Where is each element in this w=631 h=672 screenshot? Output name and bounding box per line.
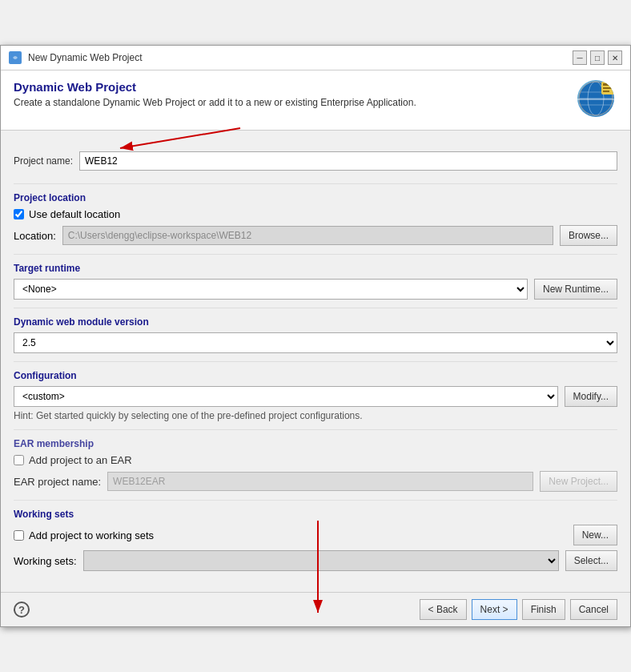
back-button[interactable]: < Back — [420, 599, 467, 620]
close-button[interactable]: ✕ — [608, 50, 622, 65]
project-name-section: Project name: — [14, 143, 617, 184]
web-module-version-select[interactable]: 2.5 3.0 3.1 4.0 — [14, 332, 617, 353]
project-name-input[interactable] — [79, 151, 617, 171]
working-sets-row: Working sets: Select... — [14, 550, 617, 571]
footer: ? < Back Next > Finish Cancel — [1, 592, 630, 626]
footer-left: ? — [14, 602, 30, 618]
target-runtime-row: <None> New Runtime... — [14, 279, 617, 300]
header-icon-container — [577, 80, 617, 120]
target-runtime-section: Target runtime <None> New Runtime... — [14, 255, 617, 308]
working-sets-select[interactable] — [83, 550, 559, 571]
browse-button[interactable]: Browse... — [560, 225, 617, 246]
header-text: Dynamic Web Project Create a standalone … — [14, 80, 416, 108]
window-icon — [9, 51, 22, 64]
use-default-location-checkbox[interactable] — [14, 209, 24, 219]
configuration-section: Configuration <custom> Modify... Hint: G… — [14, 362, 617, 430]
web-module-version-title: Dynamic web module version — [14, 316, 617, 328]
web-module-version-section: Dynamic web module version 2.5 3.0 3.1 4… — [14, 308, 617, 362]
ear-project-name-row: EAR project name: New Project... — [14, 471, 617, 492]
location-label: Location: — [14, 230, 56, 242]
use-default-location-label: Use default location — [29, 208, 120, 220]
cancel-button[interactable]: Cancel — [570, 599, 617, 620]
working-sets-title: Working sets — [14, 509, 617, 520]
svg-rect-8 — [603, 83, 613, 86]
configuration-title: Configuration — [14, 370, 617, 381]
hint-text: Hint: Get started quickly by selecting o… — [14, 410, 617, 421]
footer-right: < Back Next > Finish Cancel — [420, 599, 617, 620]
next-button[interactable]: Next > — [472, 599, 517, 620]
use-default-location-row: Use default location — [14, 208, 617, 220]
configuration-row: <custom> Modify... — [14, 386, 617, 407]
new-working-set-button[interactable]: New... — [573, 525, 617, 545]
add-to-ear-checkbox[interactable] — [14, 455, 24, 465]
location-row: Location: Browse... — [14, 225, 617, 246]
project-location-title: Project location — [14, 192, 617, 203]
help-button[interactable]: ? — [14, 602, 30, 618]
target-runtime-title: Target runtime — [14, 263, 617, 274]
ear-project-name-label: EAR project name: — [14, 476, 101, 488]
ear-membership-section: EAR membership Add project to an EAR EAR… — [14, 430, 617, 501]
configuration-select[interactable]: <custom> — [14, 386, 558, 407]
page-title: Dynamic Web Project — [14, 80, 416, 94]
minimize-button[interactable]: ─ — [573, 50, 587, 65]
modify-button[interactable]: Modify... — [565, 386, 617, 407]
working-sets-section: Working sets Add project to working sets… — [14, 501, 617, 579]
add-to-working-sets-label: Add project to working sets — [29, 529, 154, 541]
svg-rect-10 — [603, 91, 609, 92]
finish-button[interactable]: Finish — [522, 599, 565, 620]
globe-icon — [577, 80, 614, 117]
main-window: New Dynamic Web Project ─ □ ✕ Dynamic We… — [0, 45, 631, 627]
project-location-section: Project location Use default location Lo… — [14, 184, 617, 255]
project-name-row: Project name: — [14, 151, 617, 171]
working-sets-label: Working sets: — [14, 555, 77, 567]
location-input[interactable] — [62, 226, 553, 245]
add-to-working-sets-checkbox[interactable] — [14, 530, 24, 541]
header-section: Dynamic Web Project Create a standalone … — [1, 70, 630, 131]
ear-membership-title: EAR membership — [14, 438, 617, 449]
target-runtime-select[interactable]: <None> — [14, 279, 528, 300]
window-title: New Dynamic Web Project — [28, 52, 566, 63]
form-content: Project name: Project location Use de — [1, 131, 630, 592]
add-to-working-sets-row: Add project to working sets New... — [14, 525, 617, 545]
add-to-ear-label: Add project to an EAR — [29, 454, 132, 466]
web-module-version-row: 2.5 3.0 3.1 4.0 — [14, 332, 617, 353]
new-runtime-button[interactable]: New Runtime... — [534, 279, 617, 300]
ear-project-name-input[interactable] — [107, 472, 533, 491]
new-project-button[interactable]: New Project... — [540, 471, 617, 492]
add-to-ear-row: Add project to an EAR — [14, 454, 617, 466]
window-controls: ─ □ ✕ — [573, 50, 622, 65]
svg-line-12 — [120, 128, 240, 148]
project-name-label: Project name: — [14, 155, 73, 167]
title-bar: New Dynamic Web Project ─ □ ✕ — [1, 46, 630, 70]
select-button[interactable]: Select... — [565, 550, 617, 571]
page-description: Create a standalone Dynamic Web Project … — [14, 97, 416, 108]
svg-rect-9 — [603, 87, 613, 89]
maximize-button[interactable]: □ — [590, 50, 605, 65]
